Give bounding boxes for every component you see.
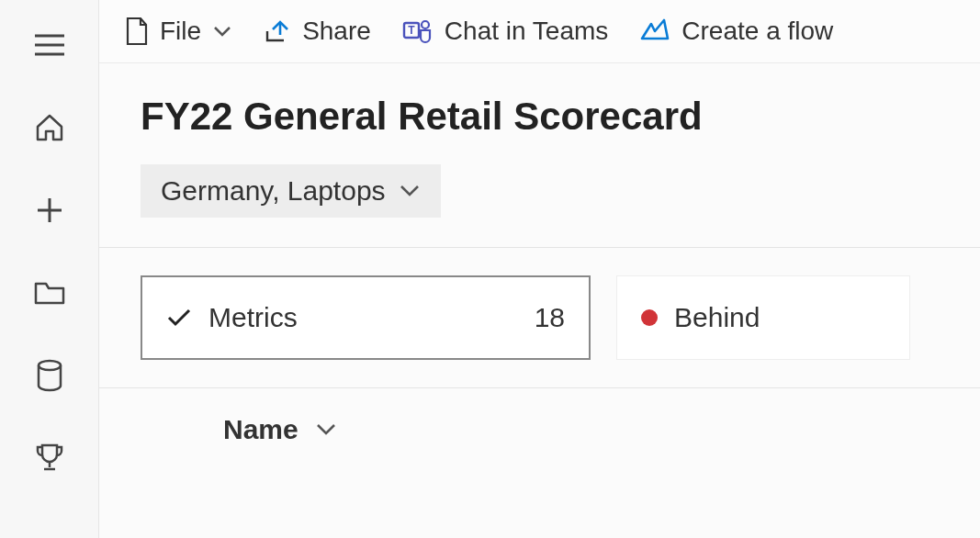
metrics-card[interactable]: Metrics 18 [141,275,591,360]
teams-icon: T [402,17,434,45]
col-name-label: Name [223,414,299,445]
top-toolbar: File Share T Chat in Teams [99,0,980,63]
divider [99,247,980,248]
share-label: Share [302,17,371,46]
data-cylinder-icon[interactable] [30,356,69,395]
main-area: File Share T Chat in Teams [99,0,980,538]
page-title: FY22 General Retail Scorecard [141,95,939,139]
file-label: File [160,17,201,46]
chat-teams-button[interactable]: T Chat in Teams [402,17,608,46]
chat-label: Chat in Teams [445,17,608,46]
metrics-label: Metrics [208,302,298,333]
metrics-count: 18 [535,302,565,333]
home-icon[interactable] [30,108,69,147]
filter-label: Germany, Laptops [161,175,386,207]
left-nav-rail [0,0,99,538]
create-flow-button[interactable]: Create a flow [639,17,833,46]
metrics-trophy-icon[interactable] [30,439,69,477]
status-dot-red-icon [641,309,658,326]
browse-folder-icon[interactable] [30,274,69,312]
create-plus-icon[interactable] [30,191,69,230]
hamburger-menu-icon[interactable] [30,26,69,64]
svg-text:T: T [408,24,415,37]
svg-point-11 [422,21,429,28]
summary-cards-row: Metrics 18 Behind [141,275,939,360]
file-menu[interactable]: File [125,17,232,46]
behind-card[interactable]: Behind [616,275,910,360]
chevron-down-icon [399,184,421,198]
slicer-filter-dropdown[interactable]: Germany, Laptops [141,164,441,218]
svg-point-5 [39,361,61,370]
behind-label: Behind [674,302,760,333]
share-icon [264,18,291,44]
column-header-name[interactable]: Name [141,388,939,445]
flow-label: Create a flow [681,17,833,46]
share-button[interactable]: Share [264,17,371,46]
file-icon [125,17,149,46]
flow-icon [639,18,670,44]
chevron-down-icon [212,25,232,38]
check-icon [166,308,192,328]
content: FY22 General Retail Scorecard Germany, L… [99,63,980,445]
chevron-down-icon [315,422,337,437]
